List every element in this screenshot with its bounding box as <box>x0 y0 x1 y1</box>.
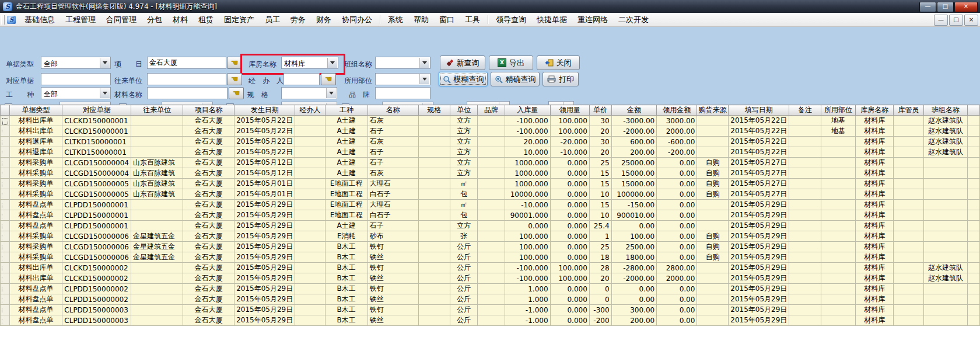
cell[interactable]: 地基 <box>821 126 856 137</box>
cell[interactable]: 山东百脉建筑 <box>131 179 183 189</box>
cell[interactable]: 包 <box>450 210 478 221</box>
restore-button[interactable]: □ <box>937 2 954 12</box>
cell[interactable] <box>478 200 505 210</box>
cell[interactable] <box>131 221 183 231</box>
cell[interactable]: CLCKD150000001 <box>62 126 131 137</box>
minimize-button[interactable]: — <box>919 2 936 12</box>
cell[interactable]: 10 <box>589 210 611 221</box>
cell[interactable] <box>923 158 967 168</box>
column-header-22[interactable]: 班组名称 <box>923 105 967 116</box>
menu-item-17[interactable]: 重连网络 <box>572 13 613 27</box>
cell[interactable]: 0.000 <box>550 168 589 179</box>
cell[interactable]: 赵水建筑队 <box>923 147 967 158</box>
cell[interactable] <box>894 315 923 326</box>
cell[interactable] <box>295 263 325 273</box>
work-type-select[interactable]: 全部 <box>41 87 111 99</box>
cell[interactable] <box>894 263 923 273</box>
cell[interactable]: 金石大厦 <box>183 137 235 147</box>
cell[interactable] <box>821 305 856 315</box>
cell[interactable]: 30 <box>589 116 611 126</box>
cell[interactable]: -2000.00 <box>611 126 657 137</box>
spec-select[interactable] <box>281 87 337 99</box>
cell[interactable] <box>418 242 450 252</box>
cell[interactable] <box>789 294 821 305</box>
cell[interactable] <box>789 273 821 284</box>
cell[interactable]: 2015年05月01日 <box>235 179 295 189</box>
cell[interactable]: 材料库 <box>856 179 894 189</box>
cell[interactable]: 2015年05月22日 <box>729 147 789 158</box>
cell[interactable] <box>478 221 505 231</box>
cell[interactable]: -150.00 <box>611 200 657 210</box>
column-header-1[interactable]: 对应单据 <box>62 105 131 116</box>
table-row[interactable]: 材料出库单CLCKD150000001金石大厦2015年05月22日A土建石子立… <box>1 126 980 137</box>
cell[interactable] <box>821 263 856 273</box>
cell[interactable]: 2015年05月29日 <box>235 231 295 242</box>
cell[interactable] <box>697 294 729 305</box>
cell[interactable] <box>418 305 450 315</box>
cell[interactable]: 0.000 <box>550 179 589 189</box>
cell[interactable] <box>923 305 967 315</box>
cell[interactable] <box>418 126 450 137</box>
cell[interactable]: 金星建筑五金 <box>131 242 183 252</box>
cell[interactable]: 自购 <box>697 179 729 189</box>
cell[interactable]: -100.000 <box>505 116 550 126</box>
cell[interactable]: 0.000 <box>550 231 589 242</box>
row-selector-cell[interactable] <box>1 221 10 231</box>
cell[interactable]: 0.000 <box>550 315 589 326</box>
menu-item-4[interactable]: 材料 <box>167 13 193 27</box>
cell[interactable] <box>131 273 183 284</box>
cell[interactable] <box>789 189 821 200</box>
cell[interactable]: 铁丝 <box>368 315 418 326</box>
cell[interactable]: 25 <box>589 158 611 168</box>
cell[interactable]: -100.000 <box>505 263 550 273</box>
cell[interactable]: 20.000 <box>505 137 550 147</box>
menu-item-15[interactable]: 领导查询 <box>491 13 531 27</box>
cell[interactable]: 金石大厦 <box>183 294 235 305</box>
cell[interactable]: 10 <box>589 189 611 200</box>
cell[interactable] <box>894 137 923 147</box>
cell[interactable]: A土建 <box>325 116 368 126</box>
cell[interactable] <box>894 221 923 231</box>
cell[interactable]: 材料库 <box>856 126 894 137</box>
cell[interactable]: 20 <box>589 147 611 158</box>
cell[interactable]: CLPDD150000003 <box>62 305 131 315</box>
cell[interactable] <box>789 315 821 326</box>
cell[interactable]: 材料库 <box>856 294 894 305</box>
column-header-0[interactable]: 单据类型 <box>9 105 62 116</box>
cell[interactable]: 0.000 <box>550 189 589 200</box>
cell[interactable] <box>418 168 450 179</box>
cell[interactable]: -2800.00 <box>611 263 657 273</box>
cell[interactable] <box>478 137 505 147</box>
cell[interactable]: 2015年05月29日 <box>729 315 789 326</box>
cell[interactable]: 金石大厦 <box>183 147 235 158</box>
cell[interactable]: 公斤 <box>450 315 478 326</box>
cell[interactable]: B木工 <box>325 252 368 263</box>
cell[interactable]: 2015年05月29日 <box>235 273 295 284</box>
cell[interactable] <box>418 116 450 126</box>
cell[interactable]: 2800.00 <box>657 263 697 273</box>
cell[interactable]: 金石大厦 <box>183 126 235 137</box>
cell[interactable]: 30 <box>589 137 611 147</box>
team-select[interactable] <box>375 57 430 69</box>
cell[interactable] <box>894 116 923 126</box>
cell[interactable]: CLPDD150000002 <box>62 294 131 305</box>
counterparty-input[interactable] <box>147 73 226 85</box>
column-header-3[interactable]: 项目名称 <box>183 105 235 116</box>
cell[interactable]: CLCGD150000006 <box>62 231 131 242</box>
row-selector-cell[interactable] <box>1 305 10 315</box>
cell[interactable]: 公斤 <box>450 242 478 252</box>
cell[interactable]: E消耗 <box>325 231 368 242</box>
cell[interactable]: 金石大厦 <box>183 263 235 273</box>
cell[interactable] <box>418 273 450 284</box>
cell[interactable]: 0.00 <box>657 242 697 252</box>
cell[interactable]: 0.000 <box>550 284 589 294</box>
cell[interactable] <box>697 305 729 315</box>
cell[interactable]: 0.00 <box>657 231 697 242</box>
cell[interactable]: 山东百脉建筑 <box>131 168 183 179</box>
cell[interactable]: 公斤 <box>450 294 478 305</box>
cell[interactable] <box>789 284 821 294</box>
column-header-20[interactable]: 库房名称 <box>856 105 894 116</box>
cell[interactable]: -10.000 <box>505 200 550 210</box>
cell[interactable]: 28 <box>589 263 611 273</box>
cell[interactable]: 材料退库单 <box>9 137 62 147</box>
